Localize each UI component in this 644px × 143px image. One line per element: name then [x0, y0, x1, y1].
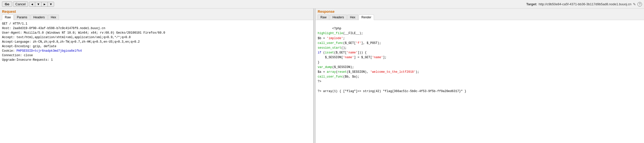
- nav-left-button[interactable]: ◄: [29, 2, 35, 7]
- request-line-1: GET / HTTP/1.1: [2, 22, 311, 26]
- response-panel: Response Raw Headers Hex Render <?php hi…: [316, 9, 644, 143]
- request-line-5: Accept-Language: zh-CN,zh;q=0.8,zh-TW;q=…: [2, 40, 311, 44]
- php-open-tag: <?php: [332, 27, 341, 30]
- nav-down2-button[interactable]: ▼: [48, 2, 54, 7]
- request-line-4: Accept: text/html,application/xhtml+xml,…: [2, 35, 311, 40]
- target-info: Target: http://c9b50e84-ca5f-4371-bb36-3…: [526, 2, 642, 7]
- edit-icon[interactable]: ✎: [633, 2, 636, 6]
- help-icon[interactable]: ?: [637, 2, 642, 7]
- tab-request-raw[interactable]: Raw: [2, 15, 14, 20]
- request-panel-title: Request: [2, 10, 311, 14]
- request-line-6: Accept-Encoding: gzip, deflate: [2, 44, 311, 49]
- response-panel-title: Response: [318, 10, 642, 14]
- response-panel-header: Response Raw Headers Hex Render: [316, 9, 644, 20]
- cookie-label: Cookie:: [2, 49, 17, 53]
- response-body: <?php highlight_file(__FILE__); $b = 'im…: [316, 20, 644, 143]
- response-tabs: Raw Headers Hex Render: [318, 15, 642, 20]
- nav-down1-button[interactable]: ▼: [35, 2, 42, 7]
- top-bar: Go Cancel ◄ ▼ ► ▼ Target: http://c9b50e8…: [0, 0, 644, 9]
- request-line-8: Connection: close: [2, 53, 311, 58]
- tab-request-params[interactable]: Params: [14, 15, 30, 20]
- tab-response-raw[interactable]: Raw: [318, 15, 329, 20]
- main-content: Request Raw Params Headers Hex GET / HTT…: [0, 9, 644, 143]
- target-url: http://c9b50e84-ca5f-4371-bb36-3b117d9b5…: [539, 2, 631, 6]
- request-body: GET / HTTP/1.1 Host: 2aa8d319-0f90-43af-…: [0, 20, 313, 143]
- panel-divider: [314, 9, 316, 143]
- response-code: <?php highlight_file(__FILE__); $b = 'im…: [318, 22, 642, 89]
- request-tabs: Raw Params Headers Hex: [2, 15, 311, 20]
- php-highlight-fn: highlight_file: [318, 32, 343, 35]
- cancel-button[interactable]: Cancel: [13, 2, 28, 7]
- tab-request-hex[interactable]: Hex: [48, 15, 59, 20]
- tab-response-hex[interactable]: Hex: [347, 15, 358, 20]
- target-label: Target:: [526, 2, 537, 6]
- tab-response-render[interactable]: Render: [359, 15, 374, 20]
- request-line-9: Upgrade-Insecure-Requests: 1: [2, 58, 311, 62]
- request-line-2: Host: 2aa8d319-0f90-43af-b598-b7c0c41476…: [2, 26, 311, 31]
- cookie-value: =tcjr6nadpk3md7jbgioa6elfk4: [33, 49, 82, 53]
- toolbar-left: Go Cancel ◄ ▼ ► ▼: [2, 2, 54, 7]
- request-panel: Request Raw Params Headers Hex GET / HTT…: [0, 9, 314, 143]
- tab-response-headers[interactable]: Headers: [330, 15, 347, 20]
- response-output: ?> array(1) { ["flag"]=> string(42) "fla…: [318, 89, 642, 94]
- request-line-7: Cookie: PHPSESSID=tcjr6nadpk3md7jbgioa6e…: [2, 49, 311, 53]
- request-line-3: User-Agent: Mozilla/5.0 (Windows NT 10.0…: [2, 31, 311, 35]
- nav-button-group: ◄ ▼ ► ▼: [29, 2, 54, 7]
- go-button[interactable]: Go: [2, 2, 12, 7]
- cookie-name: PHPSESSID: [17, 49, 33, 53]
- request-panel-header: Request Raw Params Headers Hex: [0, 9, 313, 20]
- nav-right-button[interactable]: ►: [42, 2, 48, 7]
- tab-request-headers[interactable]: Headers: [30, 15, 47, 20]
